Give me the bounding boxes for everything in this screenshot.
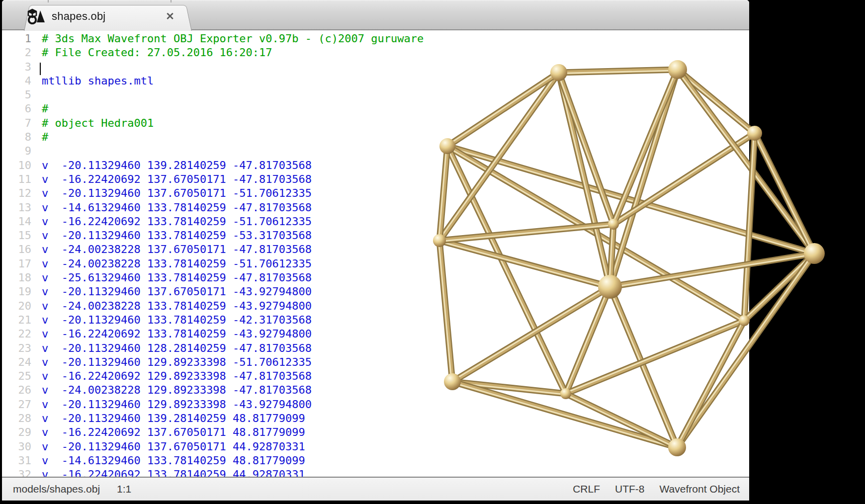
- code-text: v -20.11329460 129.89233398 -43.92794800: [42, 398, 312, 412]
- line-number: 31: [2, 454, 31, 468]
- code-text: v -20.11329460 139.28140259 48.81779099: [42, 412, 305, 425]
- code-text: # File Created: 27.05.2016 16:20:17: [42, 46, 272, 60]
- line-number: 25: [2, 369, 31, 383]
- code-line: 6#: [2, 102, 749, 116]
- code-text: v -14.61329460 133.78140259 48.81779099: [42, 454, 305, 468]
- code-text: v -20.11329460 139.28140259 -47.81703568: [42, 159, 312, 172]
- status-line-endings[interactable]: CRLF: [573, 483, 600, 495]
- code-text: v -16.22420692 133.78140259 -51.70612335: [42, 215, 312, 229]
- code-text: v -16.22420692 137.67050171 -47.81703568: [42, 172, 312, 186]
- line-number: 18: [2, 271, 31, 285]
- tab-title: shapes.obj: [52, 10, 105, 23]
- code-text: v -16.22420692 129.89233398 -47.81703568: [42, 369, 312, 383]
- code-line: 24v -20.11329460 129.89233398 -51.706123…: [2, 355, 749, 369]
- line-number: 32: [2, 468, 31, 477]
- tab-content: shapes.obj ✕: [24, 3, 191, 31]
- code-text: v -16.22420692 133.78140259 44.92870331: [42, 468, 305, 477]
- code-line: 5: [2, 88, 749, 102]
- code-line: 31v -14.61329460 133.78140259 48.8177909…: [2, 454, 749, 468]
- line-number: 8: [2, 130, 31, 144]
- code-line: 30v -20.11329460 137.67050171 44.9287033…: [2, 440, 749, 454]
- code-text: v -20.11329460 137.67050171 -51.70612335: [42, 186, 312, 200]
- line-number: 1: [2, 32, 31, 46]
- code-line: 1# 3ds Max Wavefront OBJ Exporter v0.97b…: [2, 32, 749, 46]
- code-line: 25v -16.22420692 129.89233398 -47.817035…: [2, 369, 749, 383]
- code-text: v -20.11329460 128.28140259 -47.81703568: [42, 341, 312, 355]
- status-file-path: models/shapes.obj: [13, 483, 100, 495]
- code-line: 11v -16.22420692 137.67050171 -47.817035…: [2, 172, 749, 186]
- code-line: 21v -20.11329460 133.78140259 -42.317035…: [2, 313, 749, 327]
- line-number: 6: [2, 102, 31, 116]
- text-caret: [40, 63, 41, 75]
- line-number: 28: [2, 412, 31, 425]
- code-text: #: [42, 102, 48, 116]
- code-line: 14v -16.22420692 133.78140259 -51.706123…: [2, 215, 749, 229]
- line-number: 15: [2, 229, 31, 243]
- code-line: 16v -24.00238228 137.67050171 -47.817035…: [2, 243, 749, 256]
- code-editor[interactable]: 1# 3ds Max Wavefront OBJ Exporter v0.97b…: [2, 31, 749, 477]
- code-line: 19v -20.11329460 137.67050171 -43.927948…: [2, 285, 749, 299]
- line-number: 5: [2, 88, 31, 102]
- code-line: 18v -25.61329460 133.78140259 -47.817035…: [2, 271, 749, 285]
- status-bar: models/shapes.obj 1:1 CRLF UTF-8 Wavefro…: [2, 477, 749, 501]
- code-text: v -20.11329460 137.67050171 -43.92794800: [42, 285, 312, 299]
- model-vertex-sphere: [804, 243, 825, 264]
- line-number: 23: [2, 341, 31, 355]
- code-line: 7# object Hedra001: [2, 116, 749, 130]
- code-text: v -20.11329460 133.78140259 -42.31703568: [42, 313, 312, 327]
- code-text: # object Hedra001: [42, 116, 154, 130]
- code-line: 8#: [2, 130, 749, 144]
- status-left: models/shapes.obj 1:1: [2, 483, 131, 495]
- code-text: v -24.00238228 137.67050171 -47.81703568: [42, 243, 312, 256]
- line-number: 12: [2, 186, 31, 200]
- code-text: v -24.00238228 133.78140259 -51.70612335: [42, 257, 312, 271]
- code-line: 2# File Created: 27.05.2016 16:20:17: [2, 46, 749, 60]
- line-number: 9: [2, 144, 31, 158]
- tab-bar: shapes.obj ✕: [2, 0, 749, 30]
- code-text: v -25.61329460 133.78140259 -47.81703568: [42, 271, 312, 285]
- status-encoding[interactable]: UTF-8: [615, 483, 645, 495]
- code-line: 26v -24.00238228 129.89233398 -47.817035…: [2, 383, 749, 397]
- line-number: 30: [2, 440, 31, 454]
- line-number: 13: [2, 201, 31, 215]
- screen: { "tab": { "title": "shapes.obj", "close…: [0, 0, 865, 504]
- line-number: 7: [2, 116, 31, 130]
- tab-divider-notch: [48, 0, 49, 2]
- code-text: v -14.61329460 133.78140259 -47.81703568: [42, 201, 312, 215]
- status-cursor-position: 1:1: [117, 483, 131, 495]
- line-number: 22: [2, 327, 31, 341]
- code-text: v -20.11329460 133.78140259 -53.31703568: [42, 229, 312, 243]
- line-number: 17: [2, 257, 31, 271]
- code-line: 10v -20.11329460 139.28140259 -47.817035…: [2, 159, 749, 172]
- line-number: 24: [2, 355, 31, 369]
- line-number: 11: [2, 172, 31, 186]
- line-number: 21: [2, 313, 31, 327]
- line-number: 14: [2, 215, 31, 229]
- status-file-type[interactable]: Wavefront Object: [660, 483, 740, 495]
- code-text: v -24.00238228 133.78140259 -43.92794800: [42, 299, 312, 313]
- code-line: 32v -16.22420692 133.78140259 44.9287033…: [2, 468, 749, 477]
- line-number: 20: [2, 299, 31, 313]
- code-line: 22v -16.22420692 133.78140259 -43.927948…: [2, 327, 749, 341]
- code-text: # 3ds Max Wavefront OBJ Exporter v0.97b …: [42, 32, 424, 46]
- tab-close-icon[interactable]: ✕: [163, 9, 177, 23]
- code-text: v -24.00238228 129.89233398 -47.81703568: [42, 383, 312, 397]
- line-number: 2: [2, 46, 31, 60]
- code-text: v -16.22420692 133.78140259 -43.92794800: [42, 327, 312, 341]
- code-line: 29v -16.22420692 137.67050171 48.8177909…: [2, 425, 749, 439]
- code-text: v -20.11329460 137.67050171 44.92870331: [42, 440, 305, 454]
- editor-window: shapes.obj ✕ 1# 3ds Max Wavefront OBJ Ex…: [2, 0, 749, 501]
- code-line: 27v -20.11329460 129.89233398 -43.927948…: [2, 398, 749, 412]
- line-number: 26: [2, 383, 31, 397]
- line-number: 4: [2, 74, 31, 88]
- code-text: v -20.11329460 129.89233398 -51.70612335: [42, 355, 312, 369]
- line-number: 29: [2, 425, 31, 439]
- model-vertex-sphere: [747, 126, 762, 141]
- tab-divider-notch: [171, 0, 172, 2]
- code-text: mtllib shapes.mtl: [42, 74, 154, 88]
- line-number: 16: [2, 243, 31, 256]
- code-line: 13v -14.61329460 133.78140259 -47.817035…: [2, 201, 749, 215]
- status-right: CRLF UTF-8 Wavefront Object: [573, 483, 749, 495]
- code-line: 15v -20.11329460 133.78140259 -53.317035…: [2, 229, 749, 243]
- code-line: 23v -20.11329460 128.28140259 -47.817035…: [2, 341, 749, 355]
